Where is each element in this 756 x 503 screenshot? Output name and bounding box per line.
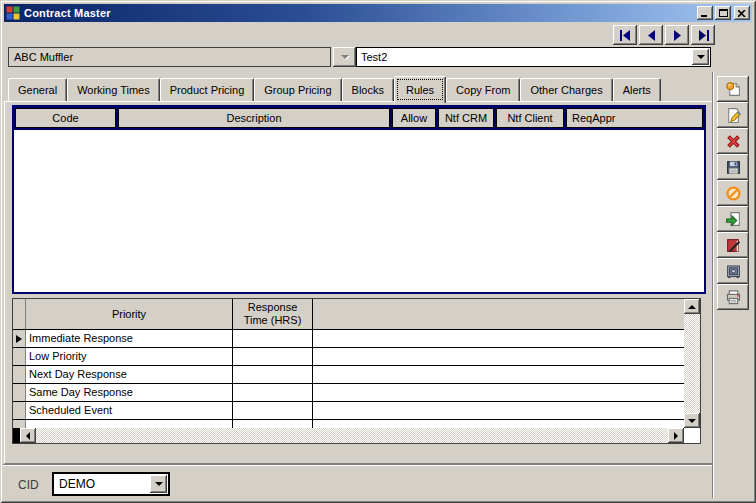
rules-table: Code Description Allow Ntf CRM Ntf Clien…	[12, 105, 706, 294]
empty-cell[interactable]	[313, 348, 700, 365]
vertical-scrollbar[interactable]	[684, 299, 700, 428]
column-header-description: Description	[118, 108, 390, 128]
contract-combobox[interactable]: Test2	[356, 47, 711, 67]
print-icon	[725, 289, 742, 306]
save-button[interactable]	[717, 154, 749, 180]
print-button[interactable]	[717, 284, 749, 310]
response-time-cell[interactable]	[233, 366, 313, 383]
rules-table-header: Code Description Allow Ntf CRM Ntf Clien…	[14, 107, 704, 130]
new-record-icon	[725, 81, 742, 98]
priority-cell[interactable]: Immediate Response	[26, 330, 233, 347]
vault-icon	[725, 263, 742, 280]
import-button[interactable]	[717, 206, 749, 232]
priority-grid-header: Priority Response Time (HRS)	[13, 299, 700, 330]
tab[interactable]: Alerts	[613, 78, 661, 101]
column-header-priority: Priority	[26, 299, 233, 329]
write-notes-button[interactable]	[717, 232, 749, 258]
company-combobox[interactable]: ABC Muffler	[8, 47, 331, 67]
filler	[313, 420, 700, 428]
response-filler	[233, 420, 313, 428]
arrow-right-icon	[674, 432, 678, 440]
priority-grid-row: Low Priority	[13, 348, 700, 366]
next-record-button[interactable]	[665, 25, 689, 45]
last-record-button[interactable]	[691, 25, 715, 45]
empty-cell[interactable]	[313, 384, 700, 401]
tab[interactable]: General	[8, 78, 67, 101]
empty-cell[interactable]	[313, 366, 700, 383]
response-time-cell[interactable]	[233, 384, 313, 401]
row-selector[interactable]	[13, 348, 26, 365]
scroll-down-button[interactable]	[684, 413, 700, 428]
priority-grid-row: Same Day Response	[13, 384, 700, 402]
cid-combobox[interactable]: DEMO	[52, 472, 170, 496]
row-selector[interactable]	[13, 330, 26, 347]
chevron-down-icon	[697, 55, 705, 59]
tab[interactable]: Other Charges	[520, 78, 612, 101]
row-selector[interactable]	[13, 402, 26, 419]
row-selector[interactable]	[13, 366, 26, 383]
vault-button[interactable]	[717, 258, 749, 284]
scroll-up-button[interactable]	[684, 299, 700, 314]
scroll-left-button[interactable]	[20, 428, 36, 443]
company-dropdown-button[interactable]	[333, 47, 356, 67]
save-icon	[725, 159, 742, 176]
tab-bar: GeneralWorking TimesProduct PricingGroup…	[8, 76, 661, 103]
priority-cell[interactable]: Next Day Response	[26, 366, 233, 383]
arrow-down-icon	[688, 419, 696, 423]
first-record-icon	[619, 30, 632, 41]
row-selector-filler	[13, 420, 26, 428]
side-toolbar	[717, 76, 749, 310]
contract-dropdown-button[interactable]	[692, 49, 709, 65]
import-icon	[725, 211, 742, 228]
contract-value: Test2	[361, 51, 387, 63]
footer-divider	[3, 464, 714, 466]
minimize-button[interactable]	[697, 6, 713, 20]
tab[interactable]: Product Pricing	[160, 78, 255, 101]
tab[interactable]: Working Times	[67, 78, 160, 101]
rules-table-body[interactable]	[14, 130, 704, 292]
edit-button[interactable]	[717, 102, 749, 128]
horizontal-scroll-track[interactable]	[36, 428, 668, 443]
title-bar: Contract Master	[4, 4, 752, 22]
next-record-icon	[673, 30, 682, 41]
current-row-marker-icon	[16, 335, 22, 343]
priority-grid-rows: Immediate Response Low Priority Next Day…	[13, 330, 700, 420]
tab[interactable]: Copy From	[446, 78, 520, 101]
app-icon	[6, 6, 20, 20]
priority-cell[interactable]: Low Priority	[26, 348, 233, 365]
horizontal-scrollbar[interactable]	[13, 428, 684, 443]
response-time-cell[interactable]	[233, 330, 313, 347]
empty-cell[interactable]	[313, 330, 700, 347]
cancel-button[interactable]	[717, 180, 749, 206]
tab[interactable]: Group Pricing	[254, 78, 341, 101]
row-selector[interactable]	[13, 384, 26, 401]
previous-record-icon	[647, 30, 656, 41]
tab[interactable]: Blocks	[342, 78, 394, 101]
scrollbar-corner	[684, 428, 700, 443]
previous-record-button[interactable]	[639, 25, 663, 45]
arrow-up-icon	[688, 305, 696, 309]
priority-cell[interactable]: Scheduled Event	[26, 402, 233, 419]
scroll-right-button[interactable]	[668, 428, 684, 443]
toolbar-divider	[712, 72, 714, 498]
column-header-reqappr: ReqAppr	[566, 108, 703, 128]
close-button[interactable]	[734, 6, 750, 20]
tab[interactable]: Rules	[394, 76, 446, 103]
priority-grid: Priority Response Time (HRS) Immediate R…	[12, 298, 701, 444]
delete-button[interactable]	[717, 128, 749, 154]
first-record-button[interactable]	[613, 25, 637, 45]
response-time-cell[interactable]	[233, 402, 313, 419]
record-navigator	[613, 25, 715, 45]
maximize-button[interactable]	[715, 6, 731, 20]
priority-cell[interactable]: Same Day Response	[26, 384, 233, 401]
empty-cell[interactable]	[313, 402, 700, 419]
grid-filler-row	[13, 420, 700, 428]
priority-grid-row: Next Day Response	[13, 366, 700, 384]
column-header-ntf-client: Ntf Client	[496, 108, 564, 128]
cid-value: DEMO	[59, 477, 95, 491]
response-time-cell[interactable]	[233, 348, 313, 365]
write-notes-icon	[725, 237, 742, 254]
vertical-scroll-track[interactable]	[684, 314, 700, 413]
cid-dropdown-button[interactable]	[150, 475, 167, 493]
new-record-button[interactable]	[717, 76, 749, 102]
